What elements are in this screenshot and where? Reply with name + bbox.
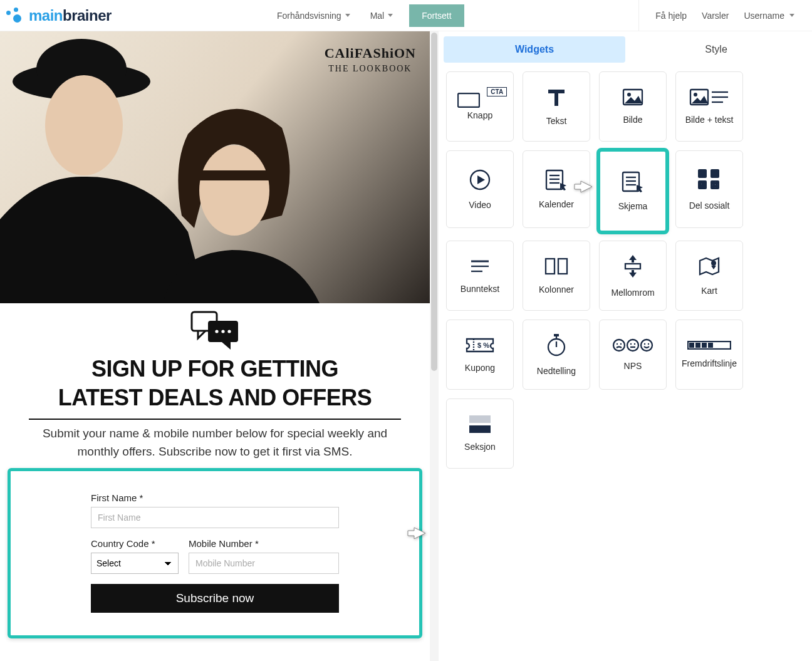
form-widget-drop-target[interactable]: First Name Country Code Select Mobile Nu… xyxy=(8,468,422,638)
widget-nps[interactable]: NPS xyxy=(599,320,667,390)
svg-point-9 xyxy=(227,330,231,333)
svg-text:◎: ◎ xyxy=(712,170,718,177)
widget-tekst[interactable]: Tekst xyxy=(523,71,590,142)
section-icon xyxy=(469,415,491,433)
progress-icon xyxy=(687,341,731,350)
svg-rect-61 xyxy=(702,343,707,348)
signup-title: SIGN UP FOR GETTING LATEST DEALS AND OFF… xyxy=(15,355,415,412)
widget-del-sosialt[interactable]: f ◎ in ✦ Del sosialt xyxy=(675,150,743,228)
continue-button[interactable]: Fortsett xyxy=(409,4,464,27)
image-text-icon xyxy=(689,88,729,106)
hero-image[interactable]: CAliFAShiON THE LOOKBOOK xyxy=(0,31,430,303)
user-dropdown[interactable]: Username xyxy=(744,11,794,21)
widget-video[interactable]: Video xyxy=(446,150,514,228)
drag-arrow-icon xyxy=(573,180,593,194)
widget-kupong[interactable]: $ % Kupong xyxy=(446,320,514,390)
coupon-icon: $ % xyxy=(465,336,495,354)
svg-point-55 xyxy=(641,340,652,351)
first-name-input[interactable] xyxy=(91,507,339,528)
country-code-select[interactable]: Select xyxy=(91,553,179,574)
help-link[interactable]: Få hjelp xyxy=(655,11,687,21)
image-icon xyxy=(622,88,643,106)
svg-point-50 xyxy=(620,343,622,345)
calendar-icon xyxy=(545,169,568,190)
topbar-center: Forhåndsvisning Mal Fortsett xyxy=(268,2,464,29)
chat-icon xyxy=(188,310,242,352)
panel-tabs: Widgets Style xyxy=(444,36,807,63)
signup-section: SIGN UP FOR GETTING LATEST DEALS AND OFF… xyxy=(0,303,430,461)
country-code-label: Country Code xyxy=(91,538,179,549)
svg-rect-60 xyxy=(695,343,700,348)
svg-point-53 xyxy=(634,343,635,345)
svg-point-51 xyxy=(627,340,638,351)
widget-nedtelling[interactable]: Nedtelling xyxy=(523,320,590,390)
widget-bilde-tekst[interactable]: Bilde + tekst xyxy=(675,71,743,142)
play-icon xyxy=(469,169,491,191)
first-name-label: First Name xyxy=(91,492,339,503)
chevron-down-icon xyxy=(789,14,794,17)
columns-icon xyxy=(544,257,569,276)
svg-point-14 xyxy=(694,93,697,96)
cta-icon: CTA xyxy=(457,93,502,110)
svg-point-41 xyxy=(711,261,716,266)
svg-text:f: f xyxy=(700,170,703,177)
svg-rect-59 xyxy=(689,343,694,348)
logo-mark xyxy=(6,8,24,24)
footer-icon xyxy=(469,258,491,275)
spacer-icon xyxy=(622,254,644,279)
widget-kart[interactable]: Kart xyxy=(675,241,743,311)
scroll-thumb[interactable] xyxy=(431,33,437,371)
social-icon: f ◎ in ✦ xyxy=(695,168,723,192)
brand-logo[interactable]: mainbrainer xyxy=(6,7,112,24)
widget-bunntekst[interactable]: Bunntekst xyxy=(446,241,514,311)
tab-style[interactable]: Style xyxy=(625,36,807,63)
emoji-icon xyxy=(612,338,653,352)
topbar: mainbrainer Forhåndsvisning Mal Fortsett… xyxy=(0,0,812,31)
main-layout: CAliFAShiON THE LOOKBOOK xyxy=(0,31,812,661)
svg-rect-62 xyxy=(708,343,713,348)
svg-text:in: in xyxy=(699,182,705,189)
drag-arrow-icon xyxy=(407,526,427,540)
stopwatch-icon xyxy=(546,333,566,357)
svg-point-48 xyxy=(613,340,625,351)
svg-point-3 xyxy=(199,145,269,236)
svg-rect-40 xyxy=(625,264,640,269)
form-icon xyxy=(622,171,644,192)
svg-point-2 xyxy=(45,75,123,175)
template-dropdown[interactable]: Mal xyxy=(362,2,402,29)
chevron-down-icon xyxy=(345,14,350,17)
map-icon xyxy=(697,256,721,277)
signup-subtitle: Submit your name & mobile number below f… xyxy=(29,425,401,461)
widget-kolonner[interactable]: Kolonner xyxy=(523,241,590,311)
text-icon xyxy=(546,87,567,107)
svg-point-56 xyxy=(644,343,645,345)
chevron-down-icon xyxy=(388,14,393,17)
svg-rect-4 xyxy=(194,170,274,180)
svg-text:$ %: $ % xyxy=(477,341,489,349)
widget-knapp[interactable]: CTA Knapp xyxy=(446,71,514,142)
preview-dropdown[interactable]: Forhåndsvisning xyxy=(268,2,359,29)
svg-point-7 xyxy=(215,330,218,333)
mobile-number-label: Mobile Number xyxy=(189,538,339,549)
canvas-scrollbar[interactable] xyxy=(430,31,439,661)
mobile-number-input[interactable] xyxy=(189,553,339,574)
svg-point-49 xyxy=(617,343,618,345)
widget-skjema[interactable]: Skjema xyxy=(599,150,667,232)
logo-text: mainbrainer xyxy=(29,7,112,24)
svg-point-12 xyxy=(627,93,631,96)
svg-point-52 xyxy=(630,343,632,345)
svg-rect-10 xyxy=(458,93,479,107)
widget-seksjon[interactable]: Seksjon xyxy=(446,398,514,469)
widget-bilde[interactable]: Bilde xyxy=(599,71,667,142)
subscribe-button[interactable]: Subscribe now xyxy=(91,584,339,613)
topbar-right: Få hjelp Varsler Username xyxy=(638,0,794,31)
tab-widgets[interactable]: Widgets xyxy=(444,36,625,63)
widget-fremdriftslinje[interactable]: Fremdriftslinje xyxy=(675,320,743,390)
right-panel: Widgets Style CTA Knapp Tekst xyxy=(439,31,812,469)
widget-mellomrom[interactable]: Mellomrom xyxy=(599,241,667,311)
svg-point-8 xyxy=(221,330,224,333)
hero-figure-2 xyxy=(157,96,320,303)
preview-canvas: CAliFAShiON THE LOOKBOOK xyxy=(0,31,430,638)
svg-rect-38 xyxy=(546,259,554,274)
alerts-link[interactable]: Varsler xyxy=(702,11,729,21)
